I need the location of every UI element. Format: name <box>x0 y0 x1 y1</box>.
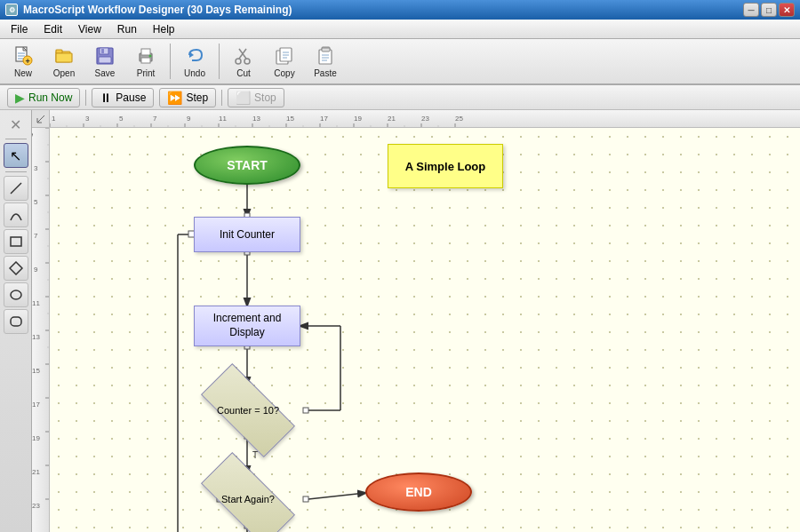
select-tool[interactable]: ↖ <box>4 143 28 168</box>
arc-tool[interactable] <box>4 202 28 227</box>
svg-line-120 <box>308 493 365 499</box>
svg-text:21: 21 <box>388 115 396 123</box>
counter-label: Counter = 10? <box>217 405 279 416</box>
svg-line-34 <box>11 183 21 194</box>
rect-tool[interactable] <box>4 229 28 254</box>
main-area: ✕ ↖ <box>0 110 800 532</box>
increment-label: Increment andDisplay <box>213 312 282 339</box>
svg-point-17 <box>149 54 152 57</box>
svg-point-22 <box>244 59 250 64</box>
init-label: Init Counter <box>220 228 275 241</box>
copy-button[interactable]: Copy <box>265 42 304 81</box>
init-counter-node[interactable]: Init Counter <box>194 217 300 252</box>
line-tool[interactable] <box>4 176 28 201</box>
menu-edit[interactable]: Edit <box>36 21 69 37</box>
start-shape: START <box>194 146 300 185</box>
menu-run[interactable]: Run <box>110 21 144 37</box>
svg-rect-38 <box>11 317 21 326</box>
svg-text:25: 25 <box>455 115 463 123</box>
svg-text:+: + <box>26 56 30 65</box>
maximize-button[interactable]: □ <box>761 3 777 17</box>
rounded-rect-tool[interactable] <box>4 309 28 334</box>
svg-text:11: 11 <box>219 115 227 123</box>
stop-label: Stop <box>254 91 276 104</box>
svg-text:19: 19 <box>32 434 40 442</box>
menubar: File Edit View Run Help <box>0 20 800 39</box>
close-button[interactable]: ✕ <box>779 3 795 17</box>
svg-text:13: 13 <box>32 333 40 341</box>
horizontal-ruler: 1 3 5 7 9 11 13 15 17 19 21 <box>50 110 800 128</box>
open-button[interactable]: Open <box>44 42 84 81</box>
note-label: A Simple Loop <box>405 160 486 173</box>
save-button[interactable]: Save <box>85 42 124 81</box>
titlebar-title: MacroScript Workflow Designer (30 Days R… <box>23 4 292 16</box>
svg-rect-13 <box>99 57 111 63</box>
cut-label: Cut <box>236 68 251 78</box>
start-node[interactable]: START <box>194 146 300 185</box>
app-icon: ⚙ <box>5 4 18 16</box>
close-tool-button[interactable]: ✕ <box>5 114 27 135</box>
svg-text:21: 21 <box>32 468 40 476</box>
vertical-ruler: 1 3 5 7 9 11 13 15 17 19 21 <box>32 128 50 532</box>
svg-text:17: 17 <box>32 401 40 409</box>
h-ruler-svg: 1 3 5 7 9 11 13 15 17 19 21 <box>50 110 800 128</box>
svg-text:23: 23 <box>32 502 40 510</box>
svg-point-37 <box>11 290 21 299</box>
undo-button[interactable]: Undo <box>175 42 214 81</box>
print-button[interactable]: Print <box>126 42 165 81</box>
step-button[interactable]: ⏩ Step <box>159 88 216 107</box>
svg-rect-35 <box>11 237 21 246</box>
minimize-button[interactable]: ─ <box>743 3 759 17</box>
save-icon <box>94 45 116 67</box>
new-label: New <box>14 68 32 78</box>
menu-view[interactable]: View <box>71 21 108 37</box>
svg-text:19: 19 <box>354 115 362 123</box>
new-button[interactable]: + New <box>4 42 43 81</box>
diamond-tool[interactable] <box>4 256 28 281</box>
copy-icon <box>274 45 295 67</box>
run-now-label: Run Now <box>28 91 72 104</box>
svg-text:15: 15 <box>32 367 40 375</box>
tool-sep-1 <box>5 139 27 139</box>
end-label: END <box>405 485 432 499</box>
svg-text:23: 23 <box>421 115 429 123</box>
paste-button[interactable]: Paste <box>306 42 345 81</box>
start-label: START <box>227 158 268 172</box>
cut-button[interactable]: Cut <box>224 42 263 81</box>
ellipse-tool[interactable] <box>4 282 28 307</box>
svg-point-21 <box>236 59 241 64</box>
run-now-button[interactable]: ▶ Run Now <box>7 88 80 107</box>
toolbar: + New Open Save <box>0 39 800 85</box>
note-node[interactable]: A Simple Loop <box>388 144 503 188</box>
start-again-diamond <box>201 452 295 532</box>
svg-rect-12 <box>101 49 104 53</box>
paste-icon <box>315 45 336 67</box>
end-node[interactable]: END <box>365 472 472 512</box>
increment-shape: Increment andDisplay <box>194 306 300 346</box>
titlebar: ⚙ MacroScript Workflow Designer (30 Days… <box>0 0 800 20</box>
run-sep-1 <box>85 90 86 106</box>
ruler-corner <box>32 110 50 128</box>
counter-check-node[interactable]: Counter = 10? <box>188 384 308 437</box>
run-sep-2 <box>221 90 222 106</box>
increment-node[interactable]: Increment andDisplay <box>194 306 300 346</box>
menu-help[interactable]: Help <box>146 21 182 37</box>
svg-text:9: 9 <box>34 266 38 274</box>
svg-text:T: T <box>252 450 258 460</box>
svg-rect-16 <box>141 58 150 63</box>
menu-file[interactable]: File <box>4 21 35 37</box>
svg-rect-9 <box>56 53 72 62</box>
stop-button[interactable]: ⬜ Stop <box>228 88 284 107</box>
start-again-node[interactable]: Start Again? <box>188 472 308 526</box>
svg-text:7: 7 <box>34 232 38 240</box>
step-label: Step <box>186 91 208 104</box>
titlebar-controls: ─ □ ✕ <box>743 3 795 17</box>
tool-sep-2 <box>5 171 27 172</box>
svg-text:17: 17 <box>320 115 328 123</box>
canvas-area[interactable]: 1 3 5 7 9 11 13 15 17 19 21 <box>32 110 800 532</box>
counter-shape: Counter = 10? <box>188 384 308 437</box>
diagram-canvas[interactable]: T T <box>50 128 800 532</box>
run-toolbar: ▶ Run Now ⏸ Pause ⏩ Step ⬜ Stop <box>0 85 800 110</box>
pause-button[interactable]: ⏸ Pause <box>92 88 154 107</box>
stop-icon: ⬜ <box>236 91 251 105</box>
